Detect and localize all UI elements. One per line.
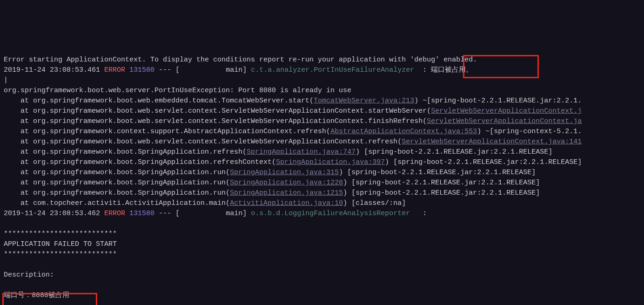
pid: 131580 xyxy=(129,66,154,74)
source-link[interactable]: ActivitiApplication.java:10 xyxy=(230,199,343,207)
source-link[interactable]: AbstractApplicationContext.java:553 xyxy=(330,128,477,136)
log-line: 2019-11-24 23:08:53.461 ERROR 131580 ---… xyxy=(4,66,473,74)
source-link[interactable]: SpringApplication.java:1226 xyxy=(230,179,343,187)
highlight-box xyxy=(463,55,539,78)
source-link[interactable]: TomcatWebServer.java:213 xyxy=(314,97,414,105)
pid: 131580 xyxy=(129,210,154,217)
level-error: ERROR xyxy=(104,210,125,217)
fail-banner: APPLICATION FAILED TO START xyxy=(4,240,117,248)
stack-trace: at org.springframework.boot.web.embedded… xyxy=(4,97,582,207)
source-link[interactable]: ServletWebServerApplicationContext.ja xyxy=(427,117,582,125)
text-caret: | xyxy=(4,76,8,84)
log-line: Error starting ApplicationContext. To di… xyxy=(4,56,477,64)
logger-name: c.t.a.analyzer.PortInUseFailureAnalyzer xyxy=(251,66,418,74)
highlight-box xyxy=(2,293,97,305)
logger-name: o.s.b.d.LoggingFailureAnalysisReporter xyxy=(251,210,418,217)
log-line: 2019-11-24 23:08:53.462 ERROR 131580 ---… xyxy=(4,210,427,217)
source-link[interactable]: SpringApplication.java:315 xyxy=(230,169,339,176)
exception-header: org.springframework.boot.web.server.Port… xyxy=(4,87,351,95)
separator-stars: *************************** xyxy=(4,230,117,238)
separator-stars: *************************** xyxy=(4,251,117,258)
source-link[interactable]: ServletWebServerApplicationContext.j xyxy=(431,107,582,115)
source-link[interactable]: SpringApplication.java:1215 xyxy=(230,189,343,197)
description-label: Description: xyxy=(4,271,54,279)
console-output: Error starting ApplicationContext. To di… xyxy=(0,41,644,305)
source-link[interactable]: SpringApplication.java:747 xyxy=(247,148,356,156)
source-link[interactable]: SpringApplication.java:397 xyxy=(276,158,385,166)
source-link[interactable]: ServletWebServerApplicationContext.java:… xyxy=(402,138,582,146)
level-error: ERROR xyxy=(104,66,125,74)
